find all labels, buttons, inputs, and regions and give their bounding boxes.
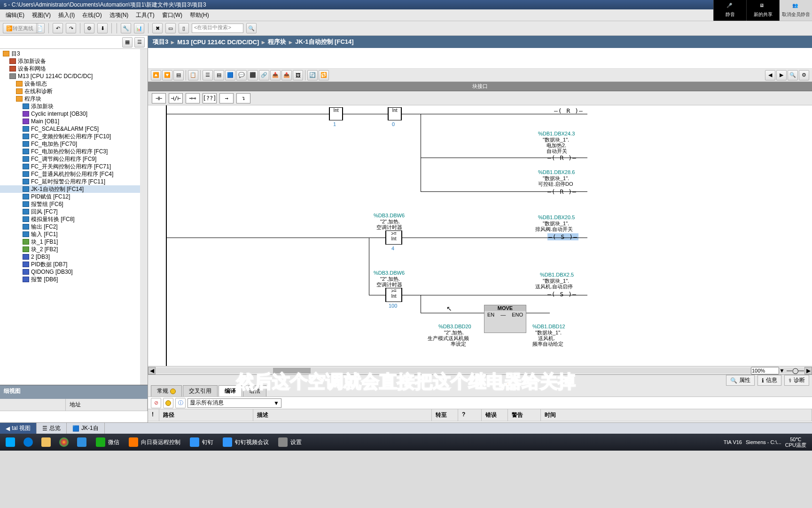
tree-item[interactable]: FC_普通风机控制公用程序 [FC4]	[0, 170, 148, 178]
toolbar-btn-d[interactable]: ▭	[165, 23, 176, 33]
coil3-selected[interactable]: —( S )—	[547, 233, 578, 240]
lad-no-contact[interactable]: ⊣⊢	[152, 93, 166, 103]
tree-item[interactable]: 设备组态	[0, 80, 148, 87]
tree-item[interactable]: 块_1 [FB1]	[0, 238, 148, 246]
lad-branch-open[interactable]: →	[219, 93, 234, 103]
tree-item[interactable]: JK-1自动控制 [FC14]	[0, 185, 148, 193]
ed-btn-2[interactable]: 🔽	[162, 70, 172, 80]
menu-insert[interactable]: 插入(I)	[55, 10, 78, 20]
toolbar-btn-e[interactable]: ▯	[179, 23, 189, 33]
tree-item[interactable]: 输出 [FC2]	[0, 223, 148, 230]
tab-diagnostics[interactable]: ⚕ 诊断	[784, 375, 809, 386]
cmp2-box[interactable]: >=Int	[385, 288, 402, 302]
portal-view-tab[interactable]: ◀ tal 视图	[0, 423, 37, 434]
tree-item[interactable]: 设备和网络	[0, 65, 148, 72]
menu-window[interactable]: 窗口(W)	[158, 10, 186, 20]
tree-scrollbar[interactable]	[140, 49, 148, 385]
tree-item[interactable]: 报警 [DB6]	[0, 276, 148, 283]
tree-item[interactable]: 回风 [FC7]	[0, 208, 148, 215]
tray-siemens[interactable]: Siemens - C:\...	[746, 439, 781, 445]
tab-cross-ref[interactable]: 交叉引用	[183, 385, 218, 397]
tree-root[interactable]: 目3	[0, 50, 148, 57]
ed-btn-4[interactable]: 📋	[188, 70, 198, 80]
tree-item[interactable]: FC_开关阀控制公用程序 [FC71]	[0, 163, 148, 170]
taskbar-app[interactable]: 向日葵远程控制	[124, 435, 185, 449]
tree-item[interactable]: 添加新设备	[0, 57, 148, 65]
explorer-button[interactable]	[38, 435, 55, 449]
toolbar-btn-a[interactable]: 🔧	[121, 23, 131, 33]
tree-item[interactable]: Cyclic interrupt [OB30]	[0, 110, 148, 118]
cmp-int-left[interactable]: Int	[329, 107, 343, 120]
bc-block[interactable]: JK-1自动控制 [FC14]	[295, 38, 353, 46]
system-tray[interactable]: TIA V16 Siemens - C:\... 50℃CPU温度	[724, 437, 810, 448]
coil4[interactable]: —( S )—	[547, 291, 577, 298]
app-blue-button[interactable]	[73, 435, 90, 449]
ed-btn-8[interactable]: 💬	[236, 70, 247, 80]
meeting-mute-button[interactable]: 🎤静音	[713, 0, 746, 21]
lad-branch-close[interactable]: ↴	[236, 93, 250, 103]
lad-empty-box[interactable]: [??]	[203, 93, 217, 103]
tree-item[interactable]: 2 [DB3]	[0, 253, 148, 261]
taskbar-app[interactable]: 设置	[273, 435, 306, 449]
menu-edit[interactable]: 编辑(E)	[2, 10, 28, 20]
tree-item[interactable]: FC_调节阀公用程序 [FC9]	[0, 155, 148, 163]
meeting-share-button[interactable]: 🖥新的共享	[746, 0, 779, 21]
ed-btn-9[interactable]: ⬛	[248, 70, 258, 80]
zoom-control[interactable]: ▼—◯—	[751, 366, 812, 375]
ed-btn-3[interactable]: ▤	[173, 70, 184, 80]
msg-warning-filter[interactable]	[163, 398, 173, 408]
ed-btn-nav4[interactable]: ⚙	[799, 70, 809, 80]
lad-coil[interactable]: ⊸⊸	[186, 93, 200, 103]
start-button[interactable]	[2, 435, 19, 449]
ed-btn-nav3[interactable]: 🔍	[788, 70, 798, 80]
toolbar-btn-b[interactable]: 📊	[134, 23, 144, 33]
tab-info[interactable]: ℹ 信息	[757, 375, 781, 386]
menu-online[interactable]: 在线(O)	[78, 10, 105, 20]
undo-button[interactable]: ↶	[53, 23, 63, 33]
tree-view-list-button[interactable]: ☰	[134, 37, 145, 48]
redo-button[interactable]: ↷	[66, 23, 76, 33]
tree-view-tile-button[interactable]: ▦	[122, 37, 133, 48]
chrome-button[interactable]	[55, 435, 72, 449]
ed-btn-13[interactable]: 🖼	[293, 70, 303, 80]
scroll-left-button[interactable]: ◀	[148, 367, 156, 374]
tree-item[interactable]: PID赋值 [FC12]	[0, 193, 148, 200]
menu-help[interactable]: 帮助(H)	[186, 10, 213, 20]
tree-item[interactable]: FC_变频控制柜公用程序 [FC10]	[0, 133, 148, 140]
msg-info-filter[interactable]: ⓘ	[175, 398, 186, 408]
menu-options[interactable]: 选项(N)	[106, 10, 133, 20]
project-search-input[interactable]: <在项目中搜索>	[192, 24, 243, 33]
current-block-tab[interactable]: 🟦 JK-1自	[67, 423, 105, 434]
taskbar-app[interactable]: 钉钉视频会议	[218, 435, 273, 449]
search-button[interactable]: 🔍	[246, 23, 257, 33]
ed-btn-5[interactable]: ☰	[203, 70, 213, 80]
bc-device[interactable]: M13 [CPU 1214C DC/DC/DC]	[177, 39, 259, 46]
msg-error-filter[interactable]: ⊘	[151, 398, 161, 408]
tree-item[interactable]: 程序块	[0, 95, 148, 103]
toolbar-btn-c[interactable]: ✖	[152, 23, 163, 33]
cmp1-box[interactable]: >=Int	[385, 230, 402, 245]
project-tree[interactable]: 目3添加新设备设备和网络M13 [CPU 1214C DC/DC/DC]设备组态…	[0, 49, 148, 284]
taskbar-app[interactable]: 钉钉	[185, 435, 218, 449]
tree-item[interactable]: PID数据 [DB7]	[0, 261, 148, 268]
download-button[interactable]: ⬇	[97, 23, 108, 33]
ed-btn-10[interactable]: 🔗	[259, 70, 269, 80]
tree-item[interactable]: QIDONG [DB30]	[0, 268, 148, 276]
coil-top[interactable]: —( R )—	[554, 107, 583, 114]
ed-btn-12[interactable]: 📤	[281, 70, 292, 80]
tree-item[interactable]: 输入 [FC1]	[0, 230, 148, 238]
bc-project[interactable]: 项目3	[153, 38, 168, 46]
tree-item[interactable]: 在线和诊断	[0, 87, 148, 95]
move-block[interactable]: MOVE EN—ENO	[484, 305, 526, 333]
bc-folder[interactable]: 程序块	[268, 38, 286, 46]
tree-item[interactable]: 模拟量转换 [FC8]	[0, 215, 148, 223]
ed-btn-14[interactable]: 🔄	[307, 70, 318, 80]
taskbar-app[interactable]: 微信	[91, 435, 124, 449]
block-interface-header[interactable]: 块接口	[148, 82, 812, 91]
zoom-input[interactable]	[751, 367, 779, 374]
menu-view[interactable]: 视图(V)	[28, 10, 55, 20]
ed-btn-11[interactable]: 📥	[270, 70, 281, 80]
tree-item[interactable]: 添加新块	[0, 103, 148, 110]
ed-btn-nav2[interactable]: ▶	[776, 70, 787, 80]
tree-item[interactable]: 块_2 [FB2]	[0, 246, 148, 253]
